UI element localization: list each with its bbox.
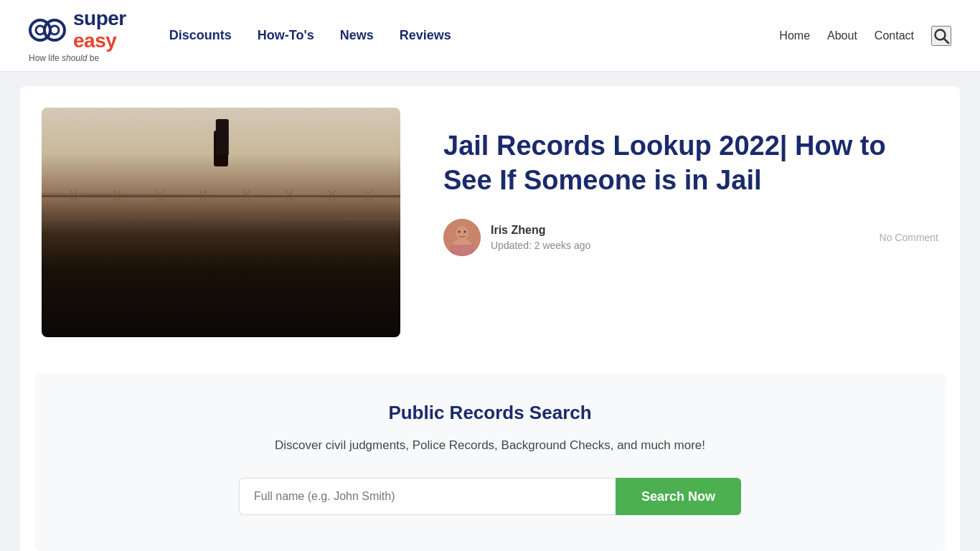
nav-item-discounts[interactable]: Discounts xyxy=(169,28,232,43)
logo-tagline: How life should be xyxy=(29,53,99,63)
avatar xyxy=(443,219,481,256)
svg-point-25 xyxy=(456,226,468,240)
logo-easy: easy xyxy=(73,30,126,52)
search-widget-title: Public Records Search xyxy=(49,402,931,424)
logo-icon-text: super easy xyxy=(29,8,126,52)
svg-point-2 xyxy=(44,20,65,40)
article-meta: Jail Records Lookup 2022| How to See If … xyxy=(443,108,938,256)
search-icon-button[interactable] xyxy=(931,26,951,46)
svg-rect-29 xyxy=(451,245,473,256)
nav-item-home[interactable]: Home xyxy=(779,29,810,42)
logo[interactable]: super easy How life should be xyxy=(29,8,126,64)
search-input[interactable] xyxy=(239,478,616,515)
author-name: Iris Zheng xyxy=(491,224,590,237)
header-right: Home About Contact xyxy=(779,26,951,46)
svg-point-28 xyxy=(464,231,466,233)
logo-text: super easy xyxy=(73,8,126,52)
search-widget-description: Discover civil judgments, Police Records… xyxy=(49,435,931,455)
logo-super: super xyxy=(73,8,126,30)
avatar-image xyxy=(443,219,481,256)
article-title: Jail Records Lookup 2022| How to See If … xyxy=(443,129,938,197)
nav-item-news[interactable]: News xyxy=(340,28,374,43)
site-header: super easy How life should be Discounts … xyxy=(0,0,980,72)
search-now-button[interactable]: Search Now xyxy=(616,478,741,515)
svg-line-7 xyxy=(42,215,400,219)
article-image-container xyxy=(42,108,400,337)
article-card: Jail Records Lookup 2022| How to See If … xyxy=(20,86,960,551)
image-overlay-svg xyxy=(42,108,400,337)
svg-point-27 xyxy=(458,231,461,233)
article-image xyxy=(42,108,400,337)
main-nav: Discounts How-To's News Reviews xyxy=(169,28,451,43)
search-form: Search Now xyxy=(239,478,741,515)
svg-line-5 xyxy=(944,39,948,43)
nav-item-about[interactable]: About xyxy=(827,29,857,42)
nav-item-reviews[interactable]: Reviews xyxy=(400,28,451,43)
search-widget: Public Records Search Discover civil jud… xyxy=(34,373,946,551)
no-comment-label: No Comment xyxy=(880,232,938,243)
svg-line-6 xyxy=(42,194,400,197)
main-content: Jail Records Lookup 2022| How to See If … xyxy=(0,72,980,551)
logo-icon xyxy=(29,14,69,47)
header-left: super easy How life should be Discounts … xyxy=(29,8,451,64)
search-icon xyxy=(933,27,950,44)
author-details: Iris Zheng Updated: 2 weeks ago xyxy=(491,224,590,251)
author-updated: Updated: 2 weeks ago xyxy=(491,240,590,251)
author-section: Iris Zheng Updated: 2 weeks ago No Comme… xyxy=(443,219,938,256)
author-info: Iris Zheng Updated: 2 weeks ago xyxy=(443,219,590,256)
nav-item-contact[interactable]: Contact xyxy=(875,29,914,42)
nav-item-howtos[interactable]: How-To's xyxy=(258,28,314,43)
article-top: Jail Records Lookup 2022| How to See If … xyxy=(42,108,938,337)
